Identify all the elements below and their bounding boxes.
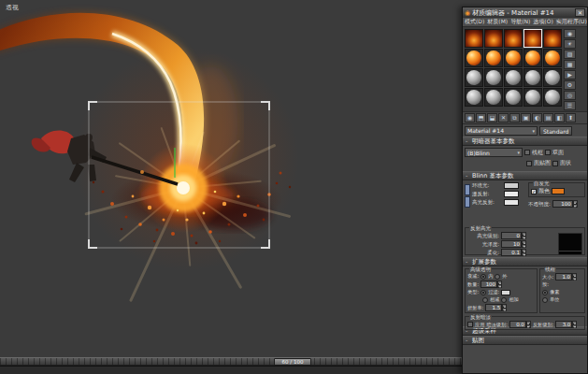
wire-checkbox[interactable]: [524, 150, 530, 155]
size-spinner[interactable]: 1.0: [555, 273, 577, 280]
material-slot[interactable]: [484, 68, 503, 87]
additive-radio[interactable]: [501, 297, 507, 303]
rollout-maps[interactable]: - 贴图: [463, 336, 587, 345]
options-icon[interactable]: ⚙: [564, 80, 576, 90]
glossiness-value[interactable]: 10: [501, 240, 522, 248]
material-slot[interactable]: [523, 68, 542, 87]
specular-color-swatch[interactable]: [504, 199, 519, 206]
put-to-scene-icon[interactable]: ⬒: [476, 113, 486, 122]
material-slot[interactable]: [465, 29, 483, 48]
soften-value[interactable]: 0.1: [501, 249, 522, 256]
material-slot[interactable]: [523, 49, 542, 67]
opacity-value[interactable]: 100: [552, 200, 573, 208]
material-slot[interactable]: [465, 49, 483, 67]
material-editor-titlebar[interactable]: ◉ 材质编辑器 - Material #14 ✕: [463, 7, 587, 18]
go-to-parent-icon[interactable]: ⬆: [566, 113, 576, 122]
material-slot[interactable]: [504, 68, 523, 87]
shader-type-dropdown[interactable]: (B)Blinn ▾: [465, 148, 523, 157]
select-by-material-icon[interactable]: ◎: [564, 91, 576, 100]
diffuse-color-swatch[interactable]: [504, 191, 519, 197]
video-color-check-icon[interactable]: ▶: [564, 70, 576, 79]
put-to-library-icon[interactable]: ▣: [521, 113, 531, 122]
units-radio[interactable]: [542, 297, 548, 303]
two-sided-label: 双面: [552, 149, 564, 157]
dim-level-spinner[interactable]: 0.0: [509, 321, 531, 328]
specular-level-spinner[interactable]: 0: [501, 232, 526, 239]
wire-label: 线框: [532, 149, 543, 157]
amount-spinner[interactable]: 100: [480, 280, 502, 288]
background-icon[interactable]: ▨: [564, 50, 576, 59]
material-slot[interactable]: [484, 88, 503, 107]
material-slot[interactable]: [543, 49, 562, 67]
reset-map-icon[interactable]: ✕: [498, 113, 509, 122]
ambient-color-swatch[interactable]: [504, 182, 519, 189]
refl-level-spinner[interactable]: 3.0: [555, 321, 577, 328]
lock-column: [465, 182, 470, 208]
material-slot[interactable]: [465, 88, 483, 107]
viewport-label[interactable]: 透视: [6, 3, 19, 12]
material-id-icon[interactable]: ◐: [532, 113, 542, 122]
rollout-extended[interactable]: - 扩展参数: [463, 257, 587, 266]
material-slot[interactable]: [543, 88, 562, 107]
menu-navigation[interactable]: 导航(N): [510, 18, 530, 26]
collapse-icon: -: [466, 172, 472, 180]
falloff-out-radio[interactable]: [495, 274, 500, 280]
material-slot[interactable]: [504, 49, 523, 67]
menu-options[interactable]: 选项(O): [533, 18, 552, 26]
opacity-spinner[interactable]: 100: [552, 200, 578, 208]
ior-spinner[interactable]: 1.5: [485, 304, 507, 311]
material-type-button[interactable]: Standard: [539, 126, 572, 136]
make-copy-icon[interactable]: ⧉: [509, 113, 520, 122]
material-name-dropdown[interactable]: Material #14 ▾: [465, 126, 538, 136]
falloff-in-radio[interactable]: [480, 274, 486, 280]
material-slot[interactable]: [504, 29, 523, 48]
menu-mode[interactable]: 模式(D): [465, 18, 484, 26]
amount-value[interactable]: 100: [480, 280, 497, 288]
sample-type-icon[interactable]: ◉: [564, 29, 576, 38]
size-value[interactable]: 1.0: [555, 273, 572, 280]
show-end-result-icon[interactable]: ◧: [554, 113, 565, 122]
material-slot-active[interactable]: [523, 29, 542, 48]
sample-uv-tiling-icon[interactable]: ▦: [564, 60, 576, 69]
material-editor-window: ◉ 材质编辑器 - Material #14 ✕ 模式(D) 材质(M) 导航(…: [462, 7, 588, 374]
soften-spinner[interactable]: 0.1: [501, 249, 526, 256]
pixels-radio[interactable]: [542, 290, 548, 295]
menu-material[interactable]: 材质(M): [487, 18, 508, 26]
collapse-icon: -: [466, 137, 472, 145]
self-illum-color-swatch[interactable]: [552, 188, 565, 194]
two-sided-checkbox[interactable]: [545, 150, 551, 155]
time-slider-handle[interactable]: 60 / 100: [274, 358, 311, 366]
rollout-blinn-basic[interactable]: - Blinn 基本参数: [463, 171, 587, 180]
ior-value[interactable]: 1.5: [485, 304, 502, 311]
material-slot[interactable]: [504, 88, 523, 107]
subtractive-radio[interactable]: [482, 297, 488, 303]
backlight-icon[interactable]: ☀: [564, 39, 576, 49]
glossiness-spinner[interactable]: 10: [501, 240, 526, 248]
apply-checkbox[interactable]: [467, 322, 473, 327]
refl-level-value[interactable]: 3.0: [555, 321, 572, 328]
face-map-checkbox[interactable]: [526, 161, 532, 166]
material-slot[interactable]: [543, 29, 562, 48]
lock-diffuse-specular-icon[interactable]: [465, 196, 470, 208]
material-slot[interactable]: [543, 68, 562, 87]
material-slot[interactable]: [523, 88, 542, 107]
material-slot[interactable]: [484, 29, 503, 48]
specular-level-value[interactable]: 0: [501, 232, 522, 239]
menu-utilities[interactable]: 实用程序(U): [556, 18, 587, 26]
material-slot[interactable]: [484, 49, 503, 67]
falloff-out-label: 外: [502, 273, 507, 280]
faceted-checkbox[interactable]: [552, 161, 558, 166]
get-material-icon[interactable]: ◉: [465, 113, 475, 122]
material-slot[interactable]: [465, 68, 483, 87]
filter-color-swatch[interactable]: [501, 290, 510, 295]
rollout-shader-basic[interactable]: - 明暗器基本参数: [463, 137, 587, 146]
dim-level-value[interactable]: 0.0: [509, 321, 526, 328]
material-navigator-icon[interactable]: ☰: [564, 101, 576, 110]
lock-ambient-diffuse-icon[interactable]: [465, 184, 470, 195]
show-in-viewport-icon[interactable]: ▤: [543, 113, 553, 122]
close-button[interactable]: ✕: [575, 8, 585, 17]
assign-material-icon[interactable]: ⬓: [487, 113, 497, 122]
window-title: 材质编辑器 - Material #14: [472, 8, 575, 18]
self-illum-color-checkbox[interactable]: ✓: [531, 189, 537, 194]
filter-radio[interactable]: [480, 290, 486, 295]
